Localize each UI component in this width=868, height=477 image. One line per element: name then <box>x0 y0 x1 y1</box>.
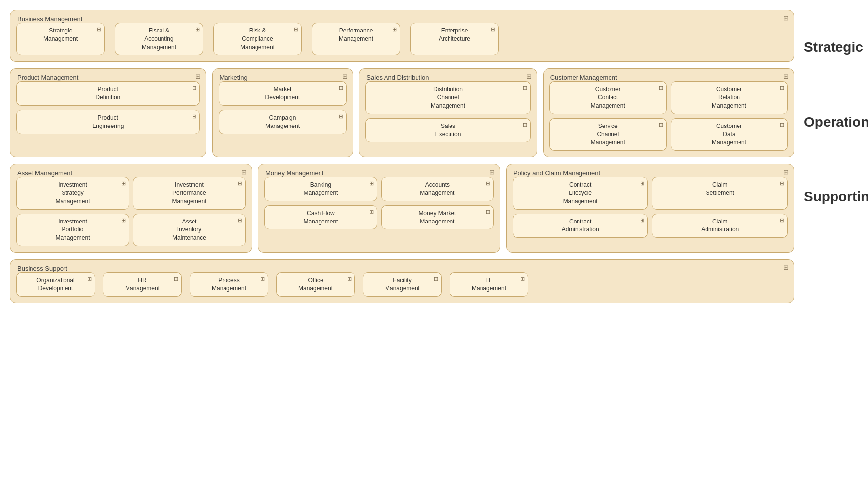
od-icon: ⊞ <box>87 275 92 283</box>
policy-claim-title: Policy and Claim Management <box>513 169 600 177</box>
cladmin-icon: ⊞ <box>780 217 784 224</box>
money-management-icon: ⊞ <box>489 168 495 176</box>
se-icon: ⊞ <box>523 121 527 128</box>
fac-icon: ⊞ <box>434 275 438 283</box>
operational-label: Operational <box>804 114 858 130</box>
product-engineering-box[interactable]: ⊞ ProductEngineering <box>16 110 200 134</box>
business-management-box: Business Management ⊞ ⊞ StrategicManagem… <box>10 10 794 62</box>
investment-strategy-box[interactable]: ⊞ InvestmentStrategyManagement <box>16 177 129 209</box>
product-management-icon: ⊞ <box>195 73 201 80</box>
performance-management-box[interactable]: ⊞ PerformanceManagement <box>312 23 400 55</box>
fiscal-management-box[interactable]: ⊞ Fiscal &AccountingManagement <box>115 23 203 55</box>
pe-icon: ⊞ <box>192 113 196 120</box>
sc-icon: ⊞ <box>659 121 663 128</box>
om-icon: ⊞ <box>347 275 352 283</box>
ca-icon: ⊞ <box>640 217 644 224</box>
money-market-box[interactable]: ⊞ Money MarketManagement <box>381 205 494 230</box>
ip-icon: ⊞ <box>238 180 242 187</box>
customer-management-title: Customer Management <box>549 74 617 81</box>
cr-icon: ⊞ <box>780 84 784 92</box>
strategic-management-box[interactable]: ⊞ StrategicManagement <box>16 23 105 55</box>
sales-distribution-icon: ⊞ <box>526 73 532 80</box>
supporting-label: Supporting <box>804 189 858 205</box>
sales-distribution-items: ⊞ DistributionChannelManagement ⊞ SalesE… <box>365 81 530 142</box>
operational-row-2: Asset Management ⊞ ⊞ InvestmentStrategyM… <box>10 164 794 253</box>
business-support-box: Business Support ⊞ ⊞ OrganizationalDevel… <box>10 259 794 303</box>
ai-icon: ⊞ <box>238 217 242 224</box>
money-management-title: Money Management <box>264 169 324 177</box>
sales-distribution-box: Sales And Distribution ⊞ ⊞ DistributionC… <box>359 68 537 157</box>
service-channel-box[interactable]: ⊞ ServiceChannelManagement <box>549 118 667 151</box>
investment-portfolio-box[interactable]: ⊞ InvestmentPortfolioManagement <box>16 214 129 246</box>
diagram: Business Management ⊞ ⊞ StrategicManagem… <box>10 10 794 303</box>
it-icon: ⊞ <box>520 275 525 283</box>
pm-icon: ⊞ <box>392 26 397 33</box>
facility-management-box[interactable]: ⊞ FacilityManagement <box>363 272 442 297</box>
cash-flow-box[interactable]: ⊞ Cash FlowManagement <box>264 205 377 230</box>
business-support-items: ⊞ OrganizationalDevelopment ⊞ HRManageme… <box>16 272 788 297</box>
business-support-title: Business Support <box>16 265 67 272</box>
sales-distribution-title: Sales And Distribution <box>365 74 429 81</box>
mm-icon: ⊞ <box>486 208 490 216</box>
asset-management-items: ⊞ InvestmentStrategyManagement ⊞ Investm… <box>16 177 246 246</box>
customer-relation-box[interactable]: ⊞ CustomerRelationManagement <box>671 81 788 114</box>
money-management-box: Money Management ⊞ ⊞ BankingManagement ⊞… <box>258 164 500 253</box>
dc-icon: ⊞ <box>523 84 527 92</box>
contract-lifecycle-box[interactable]: ⊞ ContractLifecycleManagement <box>513 177 648 209</box>
cf-icon: ⊞ <box>369 208 374 216</box>
ea-icon: ⊞ <box>491 26 495 33</box>
cd-icon: ⊞ <box>780 121 784 128</box>
rm-icon: ⊞ <box>294 26 298 33</box>
customer-management-icon: ⊞ <box>783 73 789 80</box>
cl-icon: ⊞ <box>640 180 644 187</box>
customer-management-box: Customer Management ⊞ ⊞ CustomerContactM… <box>543 68 794 157</box>
bm-icon: ⊞ <box>369 180 374 187</box>
money-management-items: ⊞ BankingManagement ⊞ AccountsManagement… <box>264 177 494 229</box>
organizational-development-box[interactable]: ⊞ OrganizationalDevelopment <box>16 272 95 297</box>
claim-settlement-box[interactable]: ⊞ ClaimSettlement <box>652 177 788 209</box>
customer-data-box[interactable]: ⊞ CustomerDataManagement <box>671 118 788 151</box>
pd-icon: ⊞ <box>192 84 196 92</box>
business-management-icon: ⊞ <box>783 14 789 22</box>
hr-management-box[interactable]: ⊞ HRManagement <box>103 272 182 297</box>
cc-icon: ⊞ <box>659 84 663 92</box>
cm-icon: ⊞ <box>339 113 343 120</box>
sm-icon: ⊞ <box>97 26 101 33</box>
am-icon: ⊞ <box>486 180 490 187</box>
investment-performance-box[interactable]: ⊞ InvestmentPerformanceManagement <box>133 177 246 209</box>
business-management-title: Business Management <box>16 15 82 23</box>
fm-icon: ⊞ <box>195 26 200 33</box>
campaign-management-box[interactable]: ⊞ CampaignManagement <box>219 110 347 134</box>
distribution-channel-box[interactable]: ⊞ DistributionChannelManagement <box>365 81 530 114</box>
operational-row-1: Product Management ⊞ ⊞ ProductDefinition… <box>10 68 794 157</box>
asset-inventory-box[interactable]: ⊞ AssetInventoryMaintenance <box>133 214 246 246</box>
is-icon: ⊞ <box>121 180 126 187</box>
claim-administration-box[interactable]: ⊞ ClaimAdministration <box>652 214 788 238</box>
policy-claim-items: ⊞ ContractLifecycleManagement ⊞ ClaimSet… <box>513 177 788 238</box>
market-development-box[interactable]: ⊞ MarketDevelopment <box>219 81 347 106</box>
enterprise-architecture-box[interactable]: ⊞ EnterpriseArchitecture <box>410 23 499 55</box>
risk-management-box[interactable]: ⊞ Risk &ComplianceManagement <box>213 23 302 55</box>
side-labels: Strategic Operational Supporting <box>804 10 858 205</box>
product-management-items: ⊞ ProductDefinition ⊞ ProductEngineering <box>16 81 200 134</box>
process-management-box[interactable]: ⊞ ProcessManagement <box>190 272 268 297</box>
contract-administration-box[interactable]: ⊞ ContractAdministration <box>513 214 648 238</box>
banking-management-box[interactable]: ⊞ BankingManagement <box>264 177 377 201</box>
asset-management-title: Asset Management <box>16 169 72 177</box>
accounts-management-box[interactable]: ⊞ AccountsManagement <box>381 177 494 201</box>
cs-icon: ⊞ <box>780 180 784 187</box>
customer-contact-box[interactable]: ⊞ CustomerContactManagement <box>549 81 667 114</box>
office-management-box[interactable]: ⊞ OfficeManagement <box>276 272 355 297</box>
marketing-title: Marketing <box>219 74 248 81</box>
product-management-title: Product Management <box>16 74 78 81</box>
marketing-icon: ⊞ <box>342 73 348 80</box>
policy-claim-box: Policy and Claim Management ⊞ ⊞ Contract… <box>506 164 794 253</box>
sales-execution-box[interactable]: ⊞ SalesExecution <box>365 118 530 143</box>
asset-management-box: Asset Management ⊞ ⊞ InvestmentStrategyM… <box>10 164 252 253</box>
product-definition-box[interactable]: ⊞ ProductDefinition <box>16 81 200 106</box>
customer-management-items: ⊞ CustomerContactManagement ⊞ CustomerRe… <box>549 81 788 151</box>
it-management-box[interactable]: ⊞ ITManagement <box>450 272 528 297</box>
md-icon: ⊞ <box>339 84 343 92</box>
iportfolio-icon: ⊞ <box>121 217 126 224</box>
marketing-items: ⊞ MarketDevelopment ⊞ CampaignManagement <box>219 81 347 134</box>
